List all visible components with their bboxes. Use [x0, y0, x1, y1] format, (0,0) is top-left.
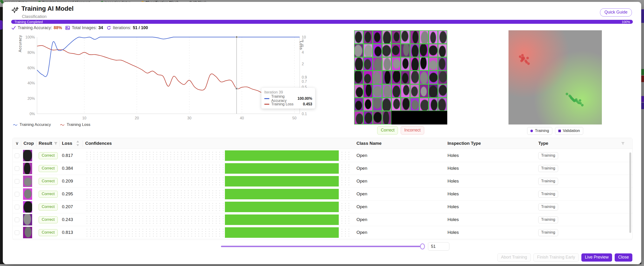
crop-tile[interactable] — [382, 111, 392, 124]
iteration-slider-handle[interactable] — [420, 243, 425, 249]
crop-tile[interactable] — [364, 98, 373, 111]
legend-item-training-loss[interactable]: Training Loss — [60, 122, 90, 127]
table-row[interactable]: Correct0.207OpenHolesTraining — [12, 200, 632, 213]
crop-tile[interactable] — [392, 44, 401, 57]
crop-tile[interactable] — [401, 98, 410, 111]
crop-tile[interactable] — [364, 30, 373, 44]
crop-tile[interactable] — [429, 30, 438, 44]
crop-tile[interactable] — [419, 30, 429, 44]
iteration-slider[interactable] — [221, 246, 424, 247]
crop-tile[interactable] — [419, 57, 429, 71]
crop-tile[interactable] — [401, 57, 410, 71]
crop-tile[interactable] — [410, 57, 419, 71]
crop-tile[interactable] — [364, 71, 373, 84]
crop-tile[interactable] — [354, 44, 364, 57]
crop-tile[interactable] — [419, 44, 429, 57]
crop-tile[interactable] — [354, 71, 364, 84]
row-checkbox[interactable] — [15, 166, 19, 171]
crop-tile[interactable] — [364, 44, 373, 57]
crop-tile[interactable] — [392, 71, 401, 84]
crop-tile[interactable] — [410, 84, 419, 98]
crop-tile[interactable] — [354, 57, 364, 71]
crop-tile[interactable] — [429, 84, 438, 98]
embedding-plot[interactable] — [508, 30, 602, 124]
crop-tile[interactable] — [438, 71, 447, 84]
row-checkbox[interactable] — [15, 230, 19, 235]
table-row[interactable]: Correct0.813OpenHolesTraining — [12, 226, 632, 239]
row-checkbox[interactable] — [15, 179, 19, 184]
crop-tile[interactable] — [382, 30, 392, 44]
crop-tile[interactable] — [410, 98, 419, 111]
filter-icon[interactable] — [621, 141, 625, 146]
crop-tile[interactable] — [364, 57, 373, 71]
crop-tile[interactable] — [419, 84, 429, 98]
crop-tile[interactable] — [401, 71, 410, 84]
chevron-down-icon[interactable]: ∨ — [15, 140, 19, 146]
table-row[interactable]: Correct0.817OpenHolesTraining — [12, 149, 632, 162]
table-scrollbar[interactable] — [629, 152, 631, 233]
sort-icon[interactable] — [76, 140, 80, 147]
crop-tile[interactable] — [438, 57, 447, 71]
table-row[interactable]: Correct0.295OpenHolesTraining — [12, 188, 632, 200]
crop-tile[interactable] — [382, 57, 392, 71]
crop-tile[interactable] — [382, 71, 392, 84]
live-preview-button[interactable]: Live Preview — [581, 253, 612, 261]
crop-tile[interactable] — [419, 71, 429, 84]
row-checkbox[interactable] — [15, 217, 19, 222]
crop-tile[interactable] — [382, 98, 392, 111]
finish-training-early-button[interactable]: Finish Training Early — [534, 253, 579, 261]
crop-tile[interactable] — [373, 30, 382, 44]
training-chart[interactable]: 10203040500%20%40%60%80%100%1086420.90.7… — [11, 34, 324, 122]
crop-tile[interactable] — [354, 30, 364, 44]
crop-tile[interactable] — [373, 71, 382, 84]
table-row[interactable]: Correct0.243OpenHolesTraining — [12, 213, 632, 226]
crop-tile[interactable] — [438, 98, 447, 111]
crop-tile[interactable] — [373, 57, 382, 71]
crop-tile[interactable] — [364, 111, 373, 124]
crop-tile[interactable] — [354, 111, 364, 124]
crop-tile[interactable] — [364, 84, 373, 98]
crop-tile[interactable] — [354, 98, 364, 111]
table-row[interactable]: Correct0.384OpenHolesTraining — [12, 162, 632, 175]
crop-tile[interactable] — [382, 44, 392, 57]
row-checkbox[interactable] — [15, 192, 19, 196]
crop-tile[interactable] — [401, 30, 410, 44]
crop-tile[interactable] — [419, 98, 429, 111]
crop-tile[interactable] — [392, 84, 401, 98]
crop-tile[interactable] — [438, 84, 447, 98]
training-crops-grid[interactable] — [354, 30, 447, 124]
crop-tile[interactable] — [438, 44, 447, 57]
crop-tile[interactable] — [429, 57, 438, 71]
crop-tile[interactable] — [392, 30, 401, 44]
crop-tile[interactable] — [410, 30, 419, 44]
row-checkbox[interactable] — [15, 153, 19, 158]
row-checkbox[interactable] — [15, 205, 19, 209]
abort-training-button[interactable]: Abort Training — [497, 253, 531, 261]
crop-tile[interactable] — [373, 98, 382, 111]
close-button[interactable]: Close — [615, 253, 632, 261]
table-row[interactable]: Correct0.209OpenHolesTraining — [12, 175, 632, 188]
crop-tile[interactable] — [373, 84, 382, 98]
crop-tile[interactable] — [354, 84, 364, 98]
crop-tile[interactable] — [401, 84, 410, 98]
quick-guide-button[interactable]: Quick Guide — [600, 9, 632, 17]
legend-button-validation[interactable]: Validation — [555, 127, 583, 135]
crop-tile[interactable] — [410, 71, 419, 84]
filter-icon[interactable] — [54, 141, 58, 146]
crop-tile[interactable] — [429, 44, 438, 57]
crop-tile[interactable] — [392, 57, 401, 71]
crop-tile[interactable] — [438, 30, 447, 44]
crop-tile[interactable] — [429, 71, 438, 84]
crop-tile[interactable] — [392, 98, 401, 111]
chart-canvas[interactable]: 10203040500%20%40%60%80%100%1086420.90.7… — [11, 34, 324, 122]
crop-tile[interactable] — [373, 111, 382, 124]
crop-tile[interactable] — [382, 84, 392, 98]
crop-tile[interactable] — [401, 44, 410, 57]
correct-filter-button[interactable]: Correct — [377, 126, 398, 135]
crop-tile[interactable] — [410, 44, 419, 57]
crop-tile[interactable] — [373, 44, 382, 57]
iteration-input[interactable] — [428, 242, 449, 251]
legend-item-training-accuracy[interactable]: Training Accuracy — [13, 122, 51, 127]
legend-button-training[interactable]: Training — [527, 127, 552, 135]
crop-tile[interactable] — [429, 98, 438, 111]
